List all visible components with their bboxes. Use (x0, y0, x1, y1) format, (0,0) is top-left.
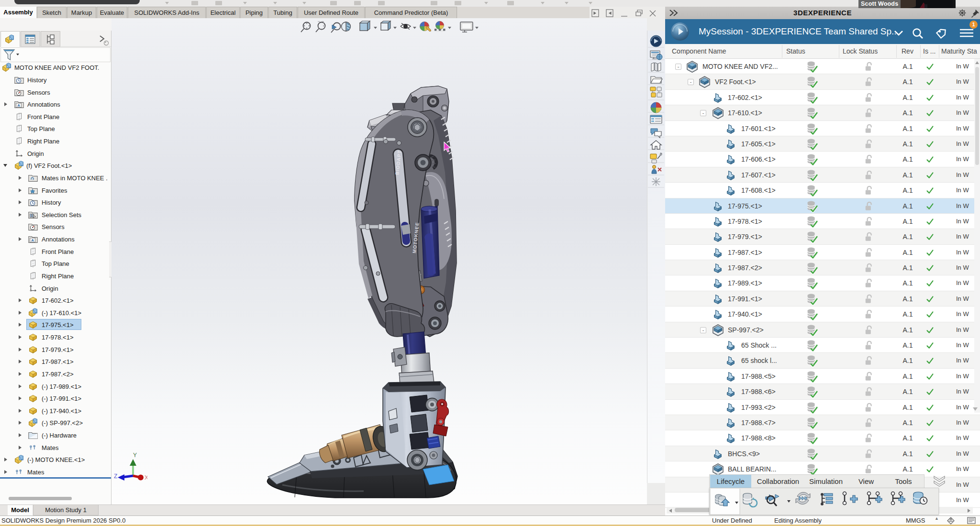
svg-text:Z: Z (114, 473, 117, 480)
svg-text:X: X (145, 474, 147, 481)
svg-text:Y: Y (133, 452, 137, 459)
